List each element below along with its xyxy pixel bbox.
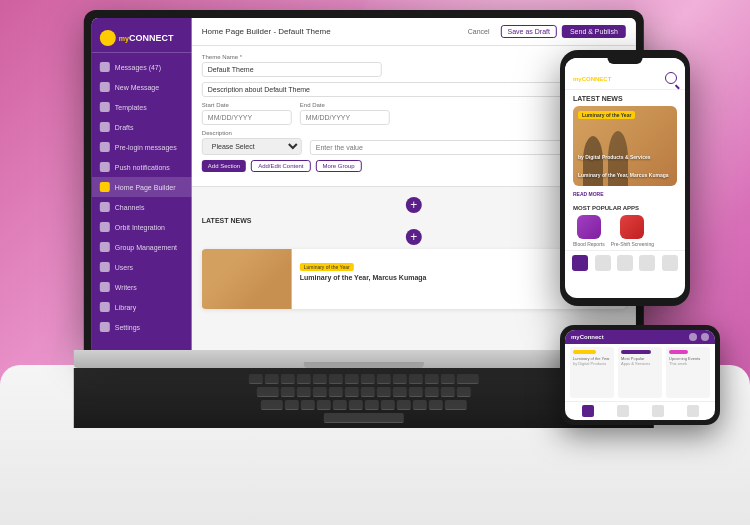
key	[265, 374, 279, 384]
phone-logo: myCONNECT	[573, 74, 611, 83]
key	[377, 374, 391, 384]
key	[281, 387, 295, 397]
add-section-button[interactable]: Add Section	[202, 160, 246, 172]
sidebar-item-writers[interactable]: Writers	[92, 277, 192, 297]
phone-screen: myCONNECT LATEST NEWS Luminary of the Ye…	[565, 58, 685, 298]
key	[249, 374, 263, 384]
sidebar-label-group: Group Management	[115, 244, 177, 251]
messages-icon	[100, 62, 110, 72]
end-date-input[interactable]	[300, 110, 390, 125]
logo-my: my	[119, 35, 129, 42]
phone-read-more[interactable]: READ MORE	[573, 191, 677, 197]
new-message-icon	[100, 82, 110, 92]
phone-latest-news-title: LATEST NEWS	[573, 95, 677, 102]
key	[317, 400, 331, 410]
phone-mockup: myCONNECT LATEST NEWS Luminary of the Ye…	[560, 50, 690, 306]
sidebar-label-channels: Channels	[115, 204, 145, 211]
form-group-end-date: End Date	[300, 102, 390, 125]
phone2-mockup: myConnect Luminary of the Year by Digita…	[560, 325, 720, 425]
phone2-bottom-nav	[565, 401, 715, 420]
sidebar-label-templates: Templates	[115, 104, 147, 111]
phone2-card-apps: Most Popular Apps & Services	[618, 347, 662, 398]
add-edit-content-button[interactable]: Add/Edit Content	[251, 160, 310, 172]
key	[441, 387, 455, 397]
phone-notch	[608, 58, 643, 64]
writers-icon	[100, 282, 110, 292]
group-icon	[100, 242, 110, 252]
phone-bottom-nav	[565, 250, 685, 275]
publish-button[interactable]: Send & Publish	[562, 25, 626, 38]
sidebar-item-library[interactable]: Library	[92, 297, 192, 317]
start-date-input[interactable]	[202, 110, 292, 125]
sidebar-item-settings[interactable]: Settings	[92, 317, 192, 337]
sidebar-item-prelogin[interactable]: Pre-login messages	[92, 137, 192, 157]
breadcrumb: Home Page Builder - Default Theme	[202, 27, 331, 36]
phone-nav-apps[interactable]	[617, 255, 633, 271]
key-space	[324, 413, 404, 423]
key-tab	[257, 387, 279, 397]
sidebar-item-templates[interactable]: Templates	[92, 97, 192, 117]
phone2-card-events-sub: This week	[669, 361, 707, 366]
sidebar-label-orbit: Orbit Integration	[115, 224, 165, 231]
phone2-content: Luminary of the Year by Digital Products…	[565, 344, 715, 401]
key	[441, 374, 455, 384]
phone2-card-bar3	[669, 350, 688, 354]
phone2-nav4[interactable]	[687, 405, 699, 417]
theme-name-label: Theme Name *	[202, 54, 588, 60]
sidebar-label-settings: Settings	[115, 324, 140, 331]
sidebar-item-group[interactable]: Group Management	[92, 237, 192, 257]
phone-search-icon[interactable]	[665, 72, 677, 84]
key-backspace	[457, 374, 479, 384]
sidebar-item-new-message[interactable]: New Message	[92, 77, 192, 97]
phone2-header-icons	[689, 333, 709, 341]
keyboard-row-4	[324, 413, 404, 423]
orbit-icon	[100, 222, 110, 232]
phone-nav-home[interactable]	[572, 255, 588, 271]
keyboard-row-3	[261, 400, 467, 410]
phone-nav-settings[interactable]	[662, 255, 678, 271]
sidebar-item-homepage[interactable]: Home Page Builder	[92, 177, 192, 197]
key	[457, 387, 471, 397]
key	[397, 400, 411, 410]
key	[313, 387, 327, 397]
phone2-bezel: myConnect Luminary of the Year by Digita…	[560, 325, 720, 425]
cancel-button[interactable]: Cancel	[462, 25, 496, 38]
phone2-nav2[interactable]	[617, 405, 629, 417]
key-caps	[261, 400, 283, 410]
key	[281, 374, 295, 384]
phone-nav-news[interactable]	[595, 255, 611, 271]
add-news-button[interactable]: +	[406, 229, 422, 245]
phone2-logo: myConnect	[571, 334, 604, 340]
end-date-label: End Date	[300, 102, 390, 108]
phone-app-label-2: Pre-Shift Screening	[611, 241, 654, 247]
phone-nav-profile[interactable]	[639, 255, 655, 271]
sidebar-item-messages[interactable]: Messages (47)	[92, 57, 192, 77]
sidebar-item-push[interactable]: Push notifications	[92, 157, 192, 177]
theme-name-input[interactable]	[202, 62, 382, 77]
drafts-icon	[100, 122, 110, 132]
sidebar-item-orbit[interactable]: Orbit Integration	[92, 217, 192, 237]
app-topbar: Home Page Builder - Default Theme Cancel…	[192, 18, 636, 46]
phone2-nav1[interactable]	[582, 405, 594, 417]
sidebar-item-channels[interactable]: Channels	[92, 197, 192, 217]
phone2-icon2	[701, 333, 709, 341]
key	[429, 400, 443, 410]
key	[345, 387, 359, 397]
sidebar-item-users[interactable]: Users	[92, 257, 192, 277]
sidebar-label-messages: Messages (47)	[115, 64, 161, 71]
phone2-card-news-sub: by Digital Products	[573, 361, 611, 366]
description-select[interactable]: Please Select	[202, 138, 302, 155]
phone-news-title-area: by Digital Products & Services Luminary …	[578, 145, 672, 181]
key	[361, 374, 375, 384]
phone2-nav3[interactable]	[652, 405, 664, 417]
add-content-button[interactable]: +	[406, 197, 422, 213]
news-image-bg	[202, 249, 292, 309]
phone-news-title: by Digital Products & Services Luminary …	[578, 154, 669, 178]
phone2-card-bar	[573, 350, 596, 354]
sidebar-item-drafts[interactable]: Drafts	[92, 117, 192, 137]
phone2-card-bar2	[621, 350, 651, 354]
form-group-theme-name: Theme Name *	[202, 54, 588, 77]
save-draft-button[interactable]: Save as Draft	[501, 25, 557, 38]
keyboard-row-2	[257, 387, 471, 397]
more-group-button[interactable]: More Group	[316, 160, 362, 172]
